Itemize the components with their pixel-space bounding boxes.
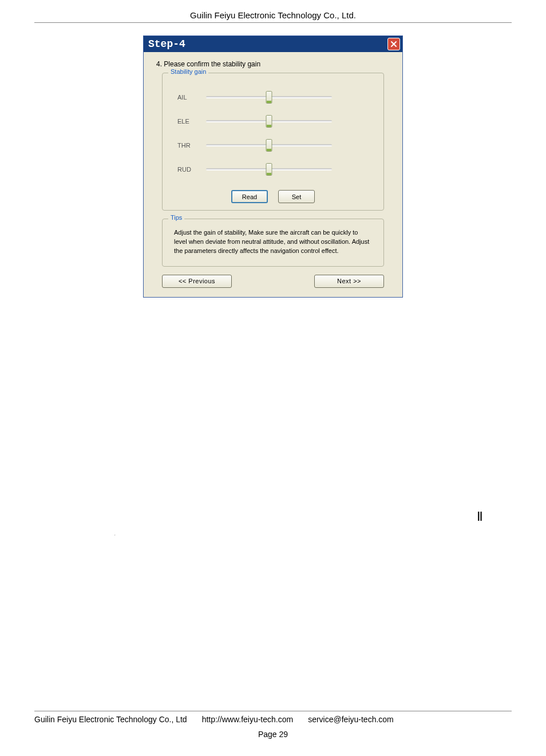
close-icon (390, 41, 397, 48)
stray-comma: , (34, 509, 116, 536)
header-company: Guilin Feiyu Electronic Technology Co., … (190, 10, 356, 20)
set-button[interactable]: Set (278, 190, 315, 203)
footer-url: http://www.feiyu-tech.com (202, 715, 294, 724)
slider-row-rud: RUD (177, 166, 374, 173)
read-set-row: Read Set (172, 190, 374, 203)
footer-line: Guilin Feiyu Electronic Technology Co., … (34, 711, 512, 724)
slider-label-thr: THR (177, 142, 201, 149)
dialog-body: 4. Please confirm the stability gain Sta… (144, 52, 402, 297)
page-header: Guilin Feiyu Electronic Technology Co., … (34, 0, 512, 23)
slider-row-ail: AIL (177, 94, 374, 101)
roman-numeral-two: Ⅱ (477, 509, 512, 536)
stability-gain-group: Stability gain AIL ELE T (162, 73, 384, 211)
close-button[interactable] (387, 38, 400, 50)
tips-text: Adjust the gain of stability, Make sure … (172, 227, 374, 259)
thr-slider[interactable] (206, 144, 332, 147)
page-footer: Guilin Feiyu Electronic Technology Co., … (34, 711, 512, 739)
step-heading: 4. Please confirm the stability gain (154, 60, 392, 68)
slider-label-ele: ELE (177, 118, 201, 125)
ail-slider-thumb[interactable] (266, 91, 272, 104)
tips-group: Tips Adjust the gain of stability, Make … (162, 219, 384, 267)
rud-slider-thumb[interactable] (266, 163, 272, 176)
footer-page-number: Page 29 (34, 730, 512, 739)
thr-slider-thumb[interactable] (266, 139, 272, 152)
titlebar: Step-4 (144, 36, 402, 52)
slider-row-thr: THR (177, 142, 374, 149)
read-button[interactable]: Read (231, 190, 268, 203)
ele-slider-thumb[interactable] (266, 115, 272, 128)
next-button[interactable]: Next >> (314, 275, 384, 288)
footer-company: Guilin Feiyu Electronic Technology Co., … (34, 715, 187, 724)
ele-slider[interactable] (206, 120, 332, 122)
ail-slider[interactable] (206, 96, 332, 98)
tips-legend: Tips (168, 214, 184, 221)
stray-glyph-row: , Ⅱ (34, 509, 512, 536)
footer-email: service@feiyu-tech.com (308, 715, 394, 724)
slider-label-rud: RUD (177, 166, 201, 173)
window-title: Step-4 (148, 38, 185, 50)
previous-button[interactable]: << Previous (162, 275, 232, 288)
step4-dialog: Step-4 4. Please confirm the stability g… (143, 35, 403, 298)
wizard-nav-row: << Previous Next >> (162, 275, 384, 288)
slider-row-ele: ELE (177, 118, 374, 125)
dialog-container: Step-4 4. Please confirm the stability g… (34, 35, 512, 298)
stability-gain-legend: Stability gain (168, 68, 208, 75)
document-page: Guilin Feiyu Electronic Technology Co., … (0, 0, 546, 756)
rud-slider[interactable] (206, 168, 332, 171)
slider-label-ail: AIL (177, 94, 201, 101)
